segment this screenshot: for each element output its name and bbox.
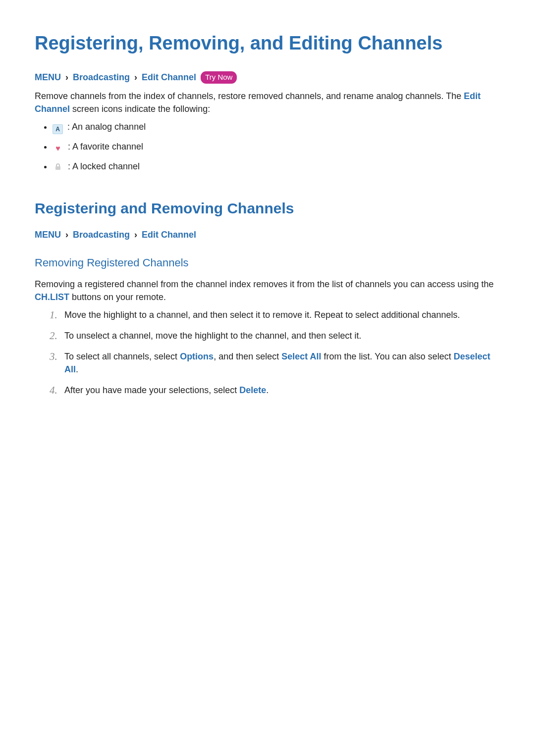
intro-text-2: screen icons indicate the following: bbox=[70, 104, 210, 114]
breadcrumb: MENU › Broadcasting › Edit Channel Try N… bbox=[35, 71, 500, 84]
list-item: To select all channels, select Options, … bbox=[50, 350, 500, 384]
breadcrumb-broadcasting: Broadcasting bbox=[73, 72, 130, 82]
list-item: After you have made your selections, sel… bbox=[50, 384, 500, 404]
list-item: Move the highlight to a channel, and the… bbox=[50, 308, 500, 329]
try-now-badge[interactable]: Try Now bbox=[201, 71, 237, 84]
heart-icon: ♥ bbox=[53, 143, 63, 154]
breadcrumb: MENU › Broadcasting › Edit Channel bbox=[35, 228, 500, 241]
select-all-label: Select All bbox=[281, 352, 321, 361]
step-4-a: After you have made your selections, sel… bbox=[64, 385, 239, 395]
steps-list: Move the highlight to a channel, and the… bbox=[50, 308, 500, 404]
step-3-c: from the list. You can also select bbox=[321, 352, 454, 361]
delete-label: Delete bbox=[239, 385, 266, 395]
options-label: Options bbox=[180, 352, 214, 361]
subsection-heading: Removing Registered Channels bbox=[35, 255, 500, 271]
analog-label: : An analog channel bbox=[67, 122, 146, 132]
step-2-text: To unselect a channel, move the highligh… bbox=[64, 331, 361, 341]
chevron-icon: › bbox=[134, 230, 137, 240]
step-3-a: To select all channels, select bbox=[64, 352, 180, 361]
breadcrumb-broadcasting: Broadcasting bbox=[73, 230, 130, 240]
list-item: To unselect a channel, move the highligh… bbox=[50, 329, 500, 350]
breadcrumb-edit-channel: Edit Channel bbox=[142, 72, 196, 82]
breadcrumb-menu: MENU bbox=[35, 230, 61, 240]
intro-text-1: Remove channels from the index of channe… bbox=[35, 91, 464, 101]
chevron-icon: › bbox=[65, 230, 68, 240]
breadcrumb-edit-channel: Edit Channel bbox=[142, 230, 196, 240]
chevron-icon: › bbox=[65, 72, 68, 82]
favorite-label: : A favorite channel bbox=[68, 142, 143, 151]
page-title: Registering, Removing, and Editing Chann… bbox=[35, 30, 500, 57]
lock-icon bbox=[53, 163, 63, 171]
step-3-d: . bbox=[76, 364, 78, 374]
icon-legend-list: A : An analog channel ♥ : A favorite cha… bbox=[35, 120, 500, 173]
step-1-text: Move the highlight to a channel, and the… bbox=[64, 310, 460, 320]
section-heading: Registering and Removing Channels bbox=[35, 198, 500, 219]
step-3-b: , and then select bbox=[214, 352, 281, 361]
svg-rect-0 bbox=[55, 166, 60, 170]
list-item: : A locked channel bbox=[53, 160, 500, 173]
chlist-label: CH.LIST bbox=[35, 292, 69, 302]
sub-intro-2: buttons on your remote. bbox=[69, 292, 166, 302]
chevron-icon: › bbox=[134, 72, 137, 82]
subsection-intro: Removing a registered channel from the c… bbox=[35, 278, 500, 303]
step-4-b: . bbox=[266, 385, 268, 395]
analog-icon: A bbox=[53, 124, 63, 134]
locked-label: : A locked channel bbox=[68, 161, 140, 171]
list-item: ♥ : A favorite channel bbox=[53, 140, 500, 154]
breadcrumb-menu: MENU bbox=[35, 72, 61, 82]
list-item: A : An analog channel bbox=[53, 120, 500, 134]
sub-intro-1: Removing a registered channel from the c… bbox=[35, 279, 494, 289]
intro-paragraph: Remove channels from the index of channe… bbox=[35, 90, 500, 115]
